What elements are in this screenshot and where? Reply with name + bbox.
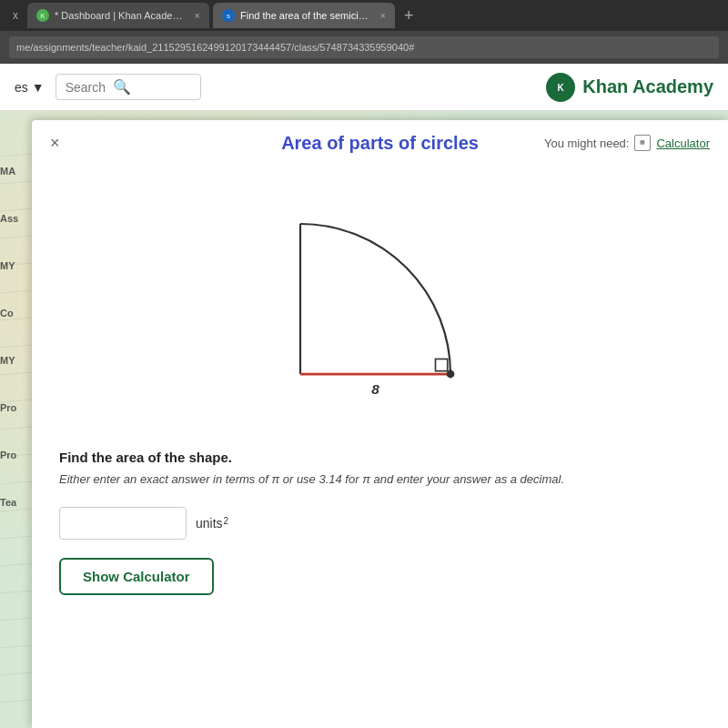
units-exponent: 2	[224, 516, 229, 526]
quarter-circle-diagram: 8	[280, 204, 480, 404]
new-tab-button[interactable]: +	[399, 6, 420, 25]
ka-logo: K	[546, 73, 575, 102]
sidebar-item-pro1: Pro	[0, 402, 36, 413]
modal-title: Area of parts of circles	[281, 133, 479, 154]
courses-dropdown[interactable]: es ▼	[15, 80, 45, 95]
sidebar: MA Ass MY Co MY Pro Pro Tea	[0, 111, 36, 728]
close-button[interactable]: ×	[50, 135, 60, 151]
tab-active-close[interactable]: ×	[380, 10, 386, 21]
tab-dashboard-close[interactable]: ×	[195, 10, 200, 21]
show-calculator-button[interactable]: Show Calculator	[59, 558, 214, 595]
units-text: units	[196, 516, 223, 531]
sidebar-item-my2: MY	[0, 355, 36, 366]
hint-tool[interactable]: Calculator	[656, 136, 710, 150]
units-label: units2	[196, 516, 228, 531]
search-bar[interactable]: Search 🔍	[56, 74, 201, 100]
diagram-area: 8	[32, 158, 728, 450]
browser-chrome: x K * Dashboard | Khan Academy × s Find …	[0, 0, 728, 64]
svg-rect-4	[435, 359, 447, 371]
dashboard-favicon: K	[36, 9, 49, 22]
search-icon: 🔍	[113, 78, 131, 96]
svg-text:8: 8	[371, 381, 379, 397]
first-close-btn[interactable]: x	[7, 9, 24, 22]
address-bar: me/assignments/teacher/kaid_211529516249…	[0, 31, 728, 64]
sidebar-item-ma: MA	[0, 166, 36, 177]
calculator-icon: ▦	[634, 135, 651, 151]
courses-label: es	[15, 80, 28, 95]
problem-title: Find the area of the shape.	[59, 450, 701, 465]
sidebar-item-co: Co	[0, 308, 36, 318]
address-text[interactable]: me/assignments/teacher/kaid_211529516249…	[9, 36, 719, 58]
modal-panel: × Area of parts of circles You might nee…	[32, 120, 728, 728]
nav-left: es ▼ Search 🔍	[15, 74, 201, 100]
tab-active-label: Find the area of the semicircle. -	[240, 10, 371, 21]
sidebar-item-pro2: Pro	[0, 450, 36, 460]
sidebar-item-tea: Tea	[0, 497, 36, 508]
sidebar-item-ass: Ass	[0, 213, 36, 224]
ka-brand-name: Khan Academy	[582, 76, 713, 97]
problem-section: Find the area of the shape. Either enter…	[32, 450, 728, 595]
hint-label: You might need:	[544, 136, 629, 150]
problem-description: Either enter an exact answer in terms of…	[59, 470, 701, 489]
tab-dashboard-label: * Dashboard | Khan Academy	[55, 10, 186, 21]
tab-bar: x K * Dashboard | Khan Academy × s Find …	[0, 0, 728, 31]
active-favicon: s	[222, 9, 235, 22]
modal-header: × Area of parts of circles You might nee…	[32, 120, 728, 158]
main-area: MA Ass MY Co MY Pro Pro Tea × Area of pa…	[0, 111, 728, 728]
tab-dashboard[interactable]: K * Dashboard | Khan Academy ×	[27, 3, 209, 28]
answer-input[interactable]	[59, 507, 187, 540]
tab-active[interactable]: s Find the area of the semicircle. - ×	[213, 3, 395, 28]
ka-navbar: es ▼ Search 🔍 K Khan Academy	[0, 64, 728, 111]
answer-row: units2	[59, 507, 701, 540]
search-text: Search	[66, 80, 106, 95]
svg-text:K: K	[558, 83, 565, 93]
courses-chevron-icon: ▼	[32, 80, 45, 95]
svg-point-5	[446, 370, 454, 379]
sidebar-item-my1: MY	[0, 260, 36, 271]
calculator-hint: You might need: ▦ Calculator	[544, 135, 710, 151]
ka-brand: K Khan Academy	[546, 73, 713, 102]
